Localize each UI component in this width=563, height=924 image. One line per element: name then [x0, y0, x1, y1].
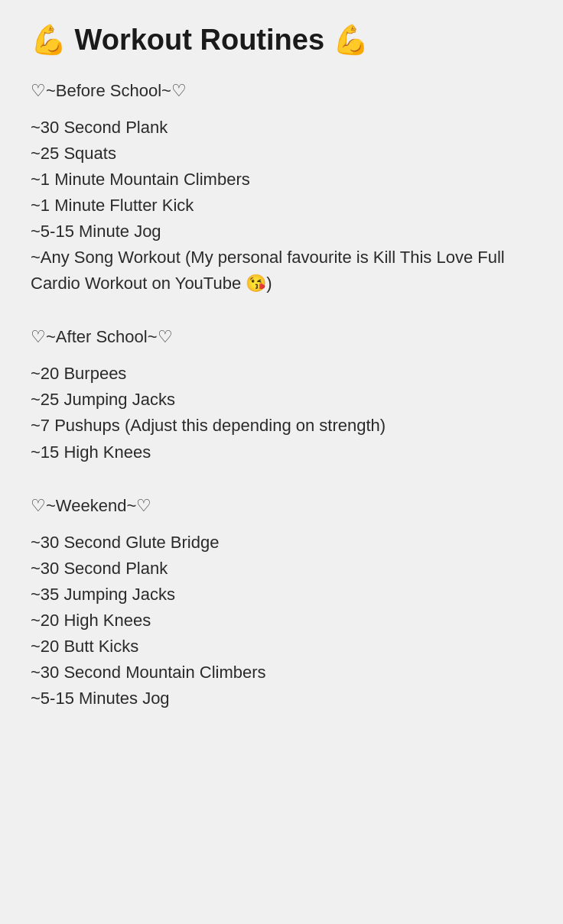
exercise-item: ~25 Jumping Jacks	[31, 387, 532, 413]
page-title: 💪 Workout Routines 💪	[31, 23, 532, 58]
exercise-item: ~7 Pushups (Adjust this depending on str…	[31, 413, 532, 439]
section-header-after-school: ♡~After School~♡	[31, 327, 532, 347]
exercise-item: ~30 Second Glute Bridge	[31, 530, 532, 556]
exercise-item: ~1 Minute Flutter Kick	[31, 193, 532, 219]
section-before-school: ♡~Before School~♡~30 Second Plank~25 Squ…	[31, 81, 532, 297]
exercise-list-after-school: ~20 Burpees~25 Jumping Jacks~7 Pushups (…	[31, 361, 532, 465]
exercise-item: ~30 Second Mountain Climbers	[31, 660, 532, 686]
exercise-item: ~Any Song Workout (My personal favourite…	[31, 245, 532, 297]
exercise-item: ~15 High Knees	[31, 439, 532, 465]
exercise-item: ~5-15 Minute Jog	[31, 219, 532, 245]
exercise-item: ~5-15 Minutes Jog	[31, 686, 532, 712]
section-weekend: ♡~Weekend~♡~30 Second Glute Bridge~30 Se…	[31, 496, 532, 712]
exercise-item: ~30 Second Plank	[31, 115, 532, 141]
exercise-item: ~25 Squats	[31, 141, 532, 167]
section-header-before-school: ♡~Before School~♡	[31, 81, 532, 101]
section-after-school: ♡~After School~♡~20 Burpees~25 Jumping J…	[31, 327, 532, 465]
exercise-list-before-school: ~30 Second Plank~25 Squats~1 Minute Moun…	[31, 115, 532, 297]
exercise-item: ~20 Butt Kicks	[31, 634, 532, 660]
exercise-item: ~30 Second Plank	[31, 556, 532, 582]
exercise-item: ~1 Minute Mountain Climbers	[31, 167, 532, 193]
exercise-item: ~20 Burpees	[31, 361, 532, 387]
exercise-item: ~35 Jumping Jacks	[31, 582, 532, 608]
section-header-weekend: ♡~Weekend~♡	[31, 496, 532, 516]
exercise-list-weekend: ~30 Second Glute Bridge~30 Second Plank~…	[31, 530, 532, 712]
exercise-item: ~20 High Knees	[31, 608, 532, 634]
